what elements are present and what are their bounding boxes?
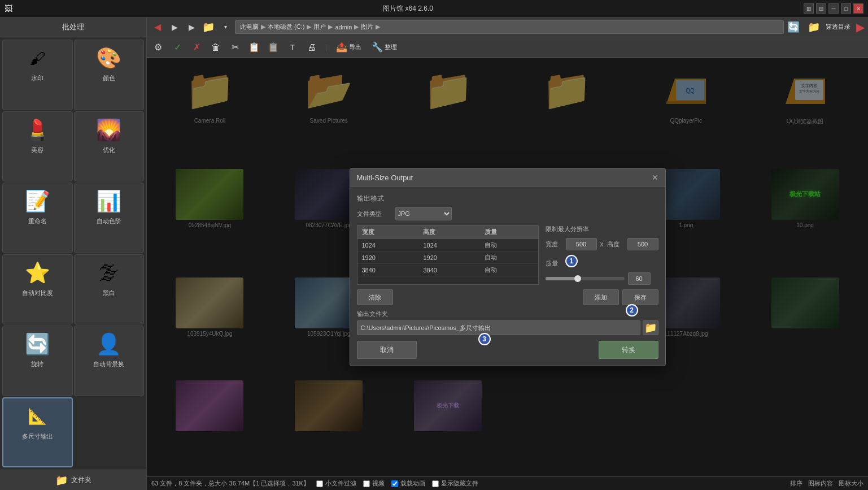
cell-height-3: 3840 (418, 264, 480, 276)
annotation-1: 1 (565, 255, 578, 267)
sidebar-footer[interactable]: 📁 文件夹 (0, 470, 146, 490)
triangle-right-icon: ▶ (856, 20, 865, 34)
anim-checkbox[interactable] (391, 480, 398, 487)
title-bar: 🖼 图片馆 x64 2.6.0 ⊞ ⊟ ─ □ ✕ (0, 0, 868, 17)
sidebar-grid: 🖌 水印 🎨 颜色 💄 美容 🌄 优化 📝 重命名 📊 自动色阶 (0, 37, 146, 470)
save-button[interactable]: 保存 (622, 289, 658, 305)
sidebar-item-multi-size[interactable]: 📐 多尺寸输出 (2, 397, 73, 468)
output-folder-section: 输出文件夹 2 📁 (357, 310, 658, 335)
icon-size-label[interactable]: 图标大小 (839, 479, 863, 488)
sidebar-item-optimize[interactable]: 🌄 优化 (74, 111, 145, 182)
win-btn-extra[interactable]: ⊞ (804, 3, 814, 14)
filter-video-label: 视频 (372, 479, 385, 488)
width-label: 宽度 (546, 240, 562, 249)
output-path-input[interactable] (357, 320, 640, 335)
win-btn-minimize[interactable]: ─ (828, 3, 839, 14)
back-button[interactable]: ◀ (150, 20, 165, 34)
browse-folder-button[interactable]: 📁 (643, 320, 658, 335)
table-row[interactable]: 1024 1024 自动 (357, 239, 538, 251)
table-row[interactable]: 3840 3840 自动 (357, 264, 538, 276)
multi-size-label: 多尺寸输出 (22, 432, 53, 441)
penetrate-icon: 📁 (808, 21, 820, 33)
clear-button[interactable]: 清除 (357, 289, 393, 305)
sidebar-header-label: 批处理 (62, 22, 84, 32)
filetype-select[interactable]: JPG PNG BMP (395, 207, 452, 220)
nav-extra-button[interactable]: ▾ (218, 20, 233, 34)
sort-label[interactable]: 排序 (790, 479, 802, 488)
modal-action-row: 3 取消 转换 (357, 341, 658, 359)
sidebar-footer-label: 文件夹 (71, 475, 91, 485)
file-count-label: 63 文件，8 文件夹，总大小 36.74M【1 已选择项，31K】 (151, 479, 309, 488)
cell-quality-3: 自动 (480, 264, 538, 276)
filter-small-item: 小文件过滤 (316, 479, 356, 488)
organize-button[interactable]: 🔧 整理 (368, 40, 400, 54)
print-tool[interactable]: 🖨 (304, 40, 320, 55)
folder-icon: 📁 (55, 474, 68, 487)
breadcrumb: 此电脑 ▶ 本地磁盘 (C:) ▶ 用户 ▶ admin ▶ 图片 ▶ (235, 20, 784, 34)
sidebar-item-rotate[interactable]: 🔄 旋转 (2, 326, 73, 396)
show-hidden-checkbox[interactable] (432, 480, 439, 487)
delete-tool[interactable]: 🗑 (208, 40, 224, 55)
forward-button[interactable]: ▶ (167, 20, 182, 34)
width-input[interactable] (566, 238, 597, 250)
win-btn-close[interactable]: ✕ (853, 3, 863, 14)
sidebar-item-beauty[interactable]: 💄 美容 (2, 111, 73, 182)
statusbar-right: 排序 图标内容 图标大小 (790, 479, 863, 488)
sidebar-item-auto-color[interactable]: 📊 自动色阶 (74, 183, 145, 253)
cut-tool[interactable]: ✂ (227, 40, 243, 55)
times-icon: x (600, 240, 604, 248)
win-btn-grid[interactable]: ⊟ (816, 3, 826, 14)
forward2-button[interactable]: ▶ (184, 20, 199, 34)
quality-slider[interactable] (546, 277, 625, 280)
filter-video-checkbox[interactable] (363, 480, 370, 487)
optimize-icon: 🌄 (95, 116, 123, 144)
show-hidden-item: 显示隐藏文件 (432, 479, 478, 488)
limit-res-label: 限制最大分辨率 (546, 225, 658, 233)
cell-width-2: 1920 (357, 251, 419, 264)
quality-slider-row (546, 272, 658, 285)
check-red-tool[interactable]: ✗ (189, 40, 204, 55)
folder-button[interactable]: 📁 (201, 20, 216, 34)
optimize-label: 优化 (103, 146, 115, 154)
quality-value-input[interactable] (628, 272, 651, 285)
rename-tool[interactable]: T (285, 40, 300, 55)
right-panel: 限制最大分辨率 宽度 x 高度 质量 (546, 225, 658, 285)
modal-header: Multi-Size Output ✕ (350, 168, 665, 187)
sidebar-item-auto-bg[interactable]: 👤 自动背景换 (74, 326, 145, 396)
sidebar-item-color[interactable]: 🎨 颜色 (74, 40, 145, 110)
sidebar-item-watermark[interactable]: 🖌 水印 (2, 40, 73, 110)
main-layout: 批处理 🖌 水印 🎨 颜色 💄 美容 🌄 优化 📝 重命名 (0, 17, 868, 490)
sidebar-item-auto-contrast[interactable]: ⭐ 自动对比度 (2, 254, 73, 325)
sidebar-item-bw[interactable]: 🌫 黑白 (74, 254, 145, 325)
rotate-icon: 🔄 (24, 331, 51, 358)
content-area: ◀ ▶ ▶ 📁 ▾ 此电脑 ▶ 本地磁盘 (C:) ▶ 用户 ▶ admin ▶… (147, 17, 868, 490)
height-label: 高度 (607, 240, 624, 249)
table-row[interactable]: 1920 1920 自动 (357, 251, 538, 264)
modal-title: Multi-Size Output (357, 174, 413, 182)
watermark-label: 水印 (31, 74, 43, 83)
check-green-tool[interactable]: ✓ (169, 40, 185, 55)
cancel-button[interactable]: 取消 (357, 341, 417, 359)
modal-body: 输出格式 文件类型 JPG PNG BMP (350, 187, 665, 366)
output-folder-row: 2 📁 (357, 320, 658, 335)
settings-tool[interactable]: ⚙ (150, 40, 166, 55)
refresh-button[interactable]: 🔄 (786, 20, 801, 34)
icon-content-label[interactable]: 图标内容 (808, 479, 833, 488)
penetrate-dir-button[interactable]: 穿透目录 (822, 21, 854, 33)
auto-color-label: 自动色阶 (97, 217, 121, 226)
copy-tool[interactable]: 📋 (246, 40, 262, 55)
modal-close-button[interactable]: ✕ (652, 173, 658, 182)
paste-tool[interactable]: 📋 (265, 40, 281, 55)
multi-size-icon: 📐 (24, 403, 51, 430)
win-btn-maximize[interactable]: □ (841, 3, 851, 14)
sidebar-item-rename[interactable]: 📝 重命名 (2, 183, 73, 253)
convert-button[interactable]: 转换 (599, 341, 658, 359)
breadcrumb-this-pc: 此电脑 (240, 23, 259, 31)
export-button[interactable]: 📤 导出 (333, 40, 365, 54)
anim-item: 载载动画 (391, 479, 425, 488)
format-section-label: 输出格式 (357, 194, 658, 203)
height-input[interactable] (627, 238, 658, 250)
add-button[interactable]: 添加 (583, 289, 619, 305)
slider-thumb[interactable] (574, 275, 581, 282)
filter-small-checkbox[interactable] (316, 480, 323, 487)
